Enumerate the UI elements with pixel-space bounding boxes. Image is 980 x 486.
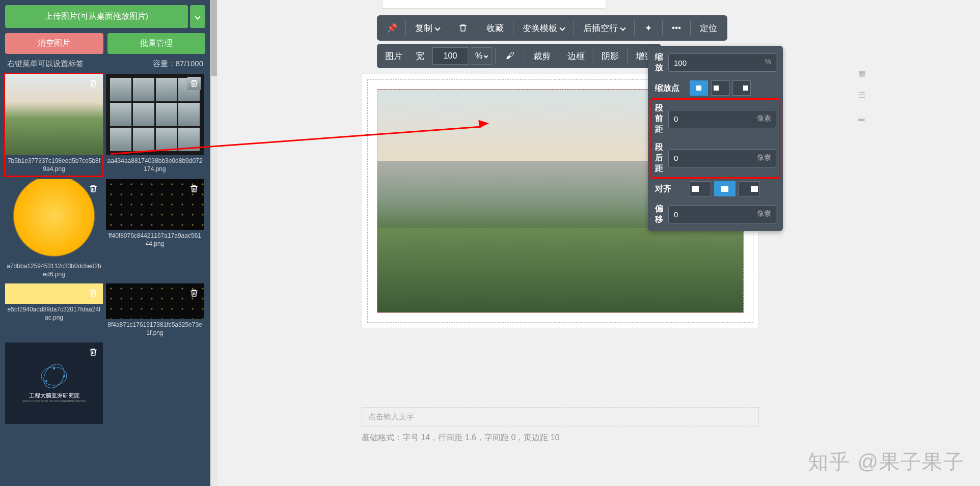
thumbnail-image[interactable] xyxy=(106,74,204,155)
more-button[interactable]: ••• xyxy=(665,19,688,37)
batch-manage-button[interactable]: 批量管理 xyxy=(107,33,206,54)
thumbnail-image[interactable] xyxy=(5,283,103,304)
scale-unit: % xyxy=(765,58,771,66)
margin-top-label: 段前距 xyxy=(655,103,663,135)
width-label: 宽 xyxy=(411,47,429,65)
base-format-text: 基础格式：字号 14，行间距 1.6，字间距 0，页边距 10 xyxy=(362,433,560,443)
pin-button[interactable]: 📌 xyxy=(380,19,403,37)
thumbnail-item[interactable]: 工程大脑亚洲研究院ASIAN INSTITUTE OF ENGINEERING … xyxy=(5,342,103,424)
locate-button[interactable]: 定位 xyxy=(693,18,724,38)
change-template-button[interactable]: 变换模板 xyxy=(515,18,571,38)
sidebar-hint: 右键菜单可以设置标签 xyxy=(7,59,84,69)
anchor-label: 缩放点 xyxy=(655,83,685,94)
caption-input[interactable]: 点击输入文字 xyxy=(362,407,759,426)
thumbnail-filename: 7b5b1e377337c198eed5b7ce5b8f9a4.png xyxy=(5,155,103,176)
main-toolbar: 📌 复制 收藏 变换模板 后插空行 ✦ ••• 定位 xyxy=(377,15,727,41)
thumbnail-item[interactable]: ff40f8076c84421167a17a9aac56144.png xyxy=(106,179,204,280)
grid-icon[interactable]: ▦ xyxy=(858,69,870,81)
align-label: 对齐 xyxy=(655,184,685,194)
format-painter-button[interactable]: 🖌 xyxy=(499,47,522,65)
thumbnail-item[interactable]: 7b5b1e377337c198eed5b7ce5b8f9a4.png xyxy=(5,74,103,176)
thumbnail-delete-button[interactable] xyxy=(187,287,201,300)
insert-blank-button[interactable]: 后插空行 xyxy=(576,18,632,38)
margin-highlight: 段前距 像素 段后距 像素 xyxy=(652,100,779,177)
thumbnail-delete-button[interactable] xyxy=(187,182,201,195)
copy-button[interactable]: 复制 xyxy=(408,18,447,38)
width-input[interactable] xyxy=(432,47,468,65)
thumbnail-delete-button[interactable] xyxy=(187,77,201,90)
svg-point-0 xyxy=(41,367,67,385)
sidebar-scrollbar-thumb[interactable] xyxy=(211,0,217,76)
chevron-down-icon xyxy=(620,25,625,31)
block-side-tools: ▦ ☰ ▂ xyxy=(858,69,870,124)
width-unit-dropdown[interactable]: % xyxy=(471,47,492,65)
clear-images-button[interactable]: 清空图片 xyxy=(5,33,103,54)
cursor-tool-button[interactable]: ✦ xyxy=(637,19,660,37)
thumbnail-item[interactable]: 8f4a871c1761917381fc5a325e73e1f.png xyxy=(106,283,204,339)
chevron-down-icon xyxy=(559,25,565,31)
thumbnail-item[interactable]: e5bf2940add89da7c32017fdaa24fac.png xyxy=(5,283,103,339)
shadow-button[interactable]: 阴影 xyxy=(596,47,624,65)
thumbnail-image[interactable] xyxy=(5,179,103,261)
upload-button[interactable]: 上传图片(可从桌面拖放图片) xyxy=(5,5,188,28)
thumbnail-delete-button[interactable] xyxy=(87,77,100,90)
svg-point-4 xyxy=(45,380,47,382)
anchor-right-button[interactable] xyxy=(732,80,751,96)
thumbnail-image[interactable]: 工程大脑亚洲研究院ASIAN INSTITUTE OF ENGINEERING … xyxy=(5,342,103,424)
hash-icon[interactable]: ☰ xyxy=(858,90,870,102)
thumbnail-item[interactable]: a7dbba1259453112c33b0dcbed2bed6.png xyxy=(5,179,103,280)
chevron-down-icon xyxy=(484,54,488,58)
chevron-down-icon xyxy=(434,25,440,31)
crop-button[interactable]: 裁剪 xyxy=(528,47,556,65)
delete-button[interactable] xyxy=(451,19,475,37)
chevron-down-icon xyxy=(195,14,200,19)
watermark: 知乎 @果子果子 xyxy=(808,448,965,476)
image-toolbar: 图片 宽 % 🖌 裁剪 边框 阴影 增强 xyxy=(377,44,661,68)
cursor-icon: ✦ xyxy=(644,23,653,33)
align-right-button[interactable] xyxy=(739,181,760,196)
thumbnail-image[interactable] xyxy=(5,74,103,155)
margin-bottom-label: 段后距 xyxy=(655,142,663,174)
offset-label: 偏移 xyxy=(655,204,663,225)
capacity-label: 容量：87/1000 xyxy=(153,59,203,69)
thumbnail-grid: 7b5b1e377337c198eed5b7ce5b8f9a4.pngaa434… xyxy=(5,74,205,424)
scale-label: 缩放 xyxy=(655,52,663,73)
image-library-sidebar: 上传图片(可从桌面拖放图片) 清空图片 批量管理 右键菜单可以设置标签 容量：8… xyxy=(0,0,210,486)
favorite-button[interactable]: 收藏 xyxy=(479,18,511,38)
pixel-unit: 像素 xyxy=(757,209,771,218)
image-tab[interactable]: 图片 xyxy=(380,47,407,65)
thumbnail-delete-button[interactable] xyxy=(87,287,100,300)
thumbnail-filename: a7dbba1259453112c33b0dcbed2bed6.png xyxy=(5,261,103,280)
pixel-unit: 像素 xyxy=(757,153,771,162)
pixel-unit: 像素 xyxy=(757,114,771,123)
upload-dropdown[interactable] xyxy=(190,5,205,28)
editor-canvas: 📌 复制 收藏 变换模板 后插空行 ✦ ••• 定位 图片 宽 % 🖌 裁剪 边… xyxy=(224,0,980,486)
border-button[interactable]: 边框 xyxy=(562,47,590,65)
pin-icon: 📌 xyxy=(387,23,396,33)
svg-point-2 xyxy=(53,367,55,369)
scale-input[interactable] xyxy=(668,53,776,72)
roller-icon: 🖌 xyxy=(506,51,514,61)
trash-icon xyxy=(458,23,468,33)
thumbnail-filename: aa434aa88174038bb3e0d8b9d072174.png xyxy=(106,155,204,175)
properties-panel: 缩放 % 缩放点 段前距 像素 段后距 xyxy=(648,46,783,231)
align-left-button[interactable] xyxy=(690,181,711,196)
thumbnail-filename: 8f4a871c1761917381fc5a325e73e1f.png xyxy=(106,319,204,339)
annotation-arrow-head xyxy=(478,119,489,128)
anchor-center-button[interactable] xyxy=(690,80,708,96)
thumbnail-delete-button[interactable] xyxy=(87,346,100,359)
anchor-left-button[interactable] xyxy=(711,80,729,96)
thumbnail-item[interactable]: aa434aa88174038bb3e0d8b9d072174.png xyxy=(106,74,204,176)
ellipsis-icon: ••• xyxy=(672,23,681,33)
chart-icon[interactable]: ▂ xyxy=(858,111,870,124)
svg-point-3 xyxy=(63,375,65,377)
thumbnail-image[interactable] xyxy=(106,283,204,319)
thumbnail-image[interactable] xyxy=(106,179,204,230)
align-center-button[interactable] xyxy=(714,181,736,196)
thumbnail-filename: ff40f8076c84421167a17a9aac56144.png xyxy=(106,230,204,250)
thumbnail-filename: e5bf2940add89da7c32017fdaa24fac.png xyxy=(5,304,103,324)
thumbnail-delete-button[interactable] xyxy=(87,182,100,195)
top-panel-fragment xyxy=(382,0,606,9)
